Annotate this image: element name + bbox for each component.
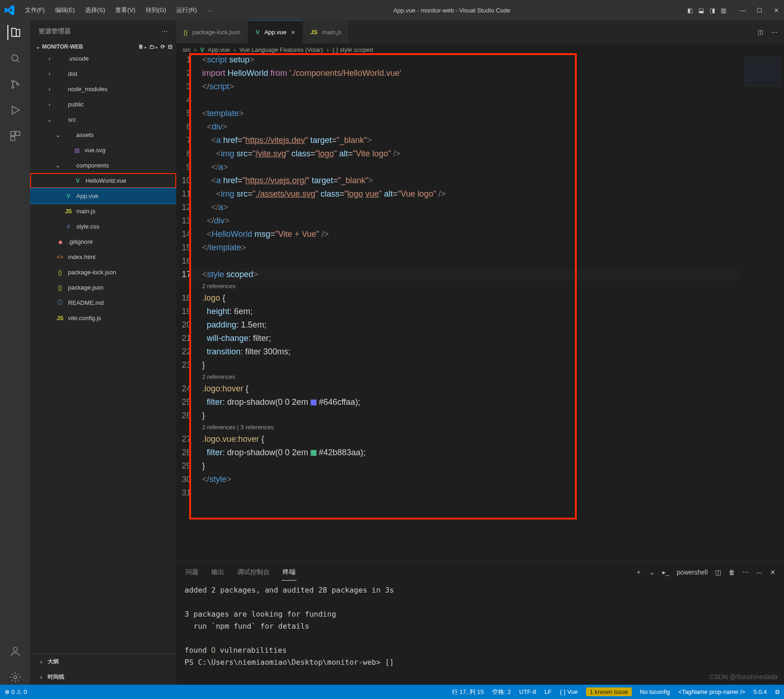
terminal-shell-icon[interactable]: ▸_ (662, 569, 669, 576)
menu-more[interactable]: … (202, 4, 217, 16)
tree-item-.vscode[interactable]: ›.vscode (30, 51, 176, 66)
tree-item-.gitignore[interactable]: ◆.gitignore (30, 234, 176, 249)
tree-item-App.vue[interactable]: VApp.vue (30, 188, 176, 204)
editor-body[interactable]: 1<script setup>2import HelloWorld from '… (176, 53, 784, 562)
split-editor-icon[interactable]: ◫ (758, 29, 763, 36)
code-line[interactable]: 10 <a href="https://vuejs.org/" target="… (176, 174, 740, 187)
code-line[interactable]: 22 transition: filter 300ms; (176, 345, 740, 359)
layout-panel-icon[interactable]: ⬓ (697, 6, 705, 14)
minimize-icon[interactable]: — (739, 6, 747, 14)
status-tagcase[interactable]: <TagName prop-name /> (679, 688, 746, 695)
status-feedback-icon[interactable]: ⧉ (775, 688, 779, 696)
tab-close-icon[interactable]: × (291, 28, 295, 36)
tree-item-public[interactable]: ›public (30, 97, 176, 112)
run-debug-icon[interactable] (8, 103, 23, 118)
tree-item-vue.svg[interactable]: ▧vue.svg (30, 142, 176, 158)
tree-item-HelloWorld.vue[interactable]: VHelloWorld.vue (30, 173, 176, 188)
panel-maximize-icon[interactable]: ︿ (756, 568, 763, 576)
code-line[interactable]: 11 <img src="./assets/vue.svg" class="lo… (176, 187, 740, 201)
tree-item-style.css[interactable]: #style.css (30, 219, 176, 234)
code-line[interactable]: 20 padding: 1.5em; (176, 318, 740, 332)
status-language[interactable]: { } Vue (560, 688, 578, 695)
tab-more-icon[interactable]: ⋯ (772, 29, 778, 36)
terminal-body[interactable]: added 2 packages, and audited 28 package… (176, 582, 784, 685)
code-line[interactable]: 18.logo { (176, 291, 740, 305)
terminal-new-icon[interactable]: ＋ (636, 568, 642, 576)
menu-select[interactable]: 选择(S) (80, 4, 110, 16)
status-encoding[interactable]: UTF-8 (519, 688, 537, 695)
status-tsconfig[interactable]: No tsconfig (640, 688, 670, 695)
layout-custom-icon[interactable]: ▥ (719, 6, 728, 14)
code-line[interactable]: 13 </div> (176, 214, 740, 228)
code-line[interactable]: 19 height: 6em; (176, 305, 740, 318)
code-line[interactable]: 16 (176, 254, 740, 268)
codelens[interactable]: 2 references | 3 references (176, 422, 740, 433)
code-line[interactable]: 6 <div> (176, 120, 740, 134)
code-line[interactable]: 5<template> (176, 107, 740, 120)
menu-run[interactable]: 运行(R) (172, 4, 201, 16)
status-eol[interactable]: LF (544, 688, 551, 695)
code-line[interactable]: 15</template> (176, 241, 740, 254)
terminal-split-dropdown-icon[interactable]: ⌄ (649, 569, 655, 576)
menu-goto[interactable]: 转到(G) (141, 4, 171, 16)
maximize-icon[interactable]: ☐ (755, 6, 764, 14)
tree-item-vite.config.js[interactable]: JSvite.config.js (30, 310, 176, 326)
accounts-icon[interactable] (8, 644, 23, 659)
code-line[interactable]: 25 filter: drop-shadow(0 0 2em #646cffaa… (176, 396, 740, 409)
code-line[interactable]: 31 (176, 486, 740, 500)
settings-gear-icon[interactable] (8, 670, 23, 685)
refresh-icon[interactable]: ⟳ (161, 43, 165, 50)
tree-item-components[interactable]: ⌄components (30, 158, 176, 173)
code-line[interactable]: 9 </a> (176, 161, 740, 174)
file-tree[interactable]: ›.vscode›dist›node_modules›public⌄src⌄as… (30, 51, 176, 654)
code-line[interactable]: 26} (176, 409, 740, 422)
terminal-split-icon[interactable]: ◫ (715, 569, 721, 576)
close-icon[interactable]: ✕ (772, 6, 780, 14)
code-line[interactable]: 23} (176, 359, 740, 372)
code-line[interactable]: 21 will-change: filter; (176, 332, 740, 345)
status-version[interactable]: 5.0.4 (753, 688, 767, 695)
tree-item-node_modules[interactable]: ›node_modules (30, 81, 176, 97)
code-line[interactable]: 29} (176, 459, 740, 473)
panel-tab-problems[interactable]: 问题 (185, 564, 199, 580)
menu-edit[interactable]: 编辑(E) (50, 4, 80, 16)
tree-item-assets[interactable]: ⌄assets (30, 127, 176, 142)
tree-item-src[interactable]: ⌄src (30, 112, 176, 127)
terminal-shell-label[interactable]: powershell (677, 569, 708, 576)
tree-item-dist[interactable]: ›dist (30, 66, 176, 81)
tree-item-package-lock.json[interactable]: {}package-lock.json (30, 265, 176, 280)
panel-tab-debug[interactable]: 调试控制台 (236, 564, 271, 580)
project-row[interactable]: ⌄MONITOR-WEB 🗎₊ 🗀₊ ⟳ ⊟ (30, 43, 176, 51)
tree-item-index.html[interactable]: <>index.html (30, 249, 176, 265)
code-line[interactable]: 30</style> (176, 473, 740, 486)
panel-close-icon[interactable]: ✕ (770, 569, 776, 576)
code-line[interactable]: 8 <img src="/vite.svg" class="logo" alt=… (176, 147, 740, 161)
code-line[interactable]: 28 filter: drop-shadow(0 0 2em #42b883aa… (176, 446, 740, 459)
codelens[interactable]: 2 references (176, 281, 740, 291)
minimap[interactable] (740, 53, 784, 562)
codelens[interactable]: 2 references (176, 372, 740, 382)
tree-item-README.md[interactable]: ⓘREADME.md (30, 295, 176, 310)
tab-main.js[interactable]: JSmain.js (303, 20, 349, 43)
timeline-section[interactable]: ›时间线 (30, 669, 176, 685)
code-line[interactable]: 24.logo:hover { (176, 382, 740, 396)
code-line[interactable]: 3</script> (176, 80, 740, 93)
search-icon[interactable] (8, 51, 23, 66)
code-line[interactable]: 4 (176, 93, 740, 107)
tree-item-package.json[interactable]: {}package.json (30, 280, 176, 295)
status-known-issue[interactable]: 1 known issue (586, 687, 631, 696)
code-line[interactable]: 1<script setup> (176, 53, 740, 67)
layout-sidebar-left-icon[interactable]: ◧ (686, 6, 694, 14)
new-file-icon[interactable]: 🗎₊ (138, 43, 147, 50)
tree-item-main.js[interactable]: JSmain.js (30, 204, 176, 219)
tab-App.vue[interactable]: VApp.vue× (248, 20, 303, 43)
panel-tab-terminal[interactable]: 终端 (282, 564, 296, 581)
code-line[interactable]: 2import HelloWorld from './components/He… (176, 67, 740, 80)
new-folder-icon[interactable]: 🗀₊ (149, 43, 158, 50)
code-line[interactable]: 17<style scoped> (176, 268, 740, 281)
status-errors[interactable]: ⊗ 0 ⚠ 0 (5, 688, 27, 695)
terminal-more-icon[interactable]: ⋯ (742, 569, 749, 576)
status-cursor[interactable]: 行 17, 列 15 (452, 688, 484, 696)
extensions-icon[interactable] (8, 129, 23, 143)
collapse-icon[interactable]: ⊟ (168, 43, 173, 50)
